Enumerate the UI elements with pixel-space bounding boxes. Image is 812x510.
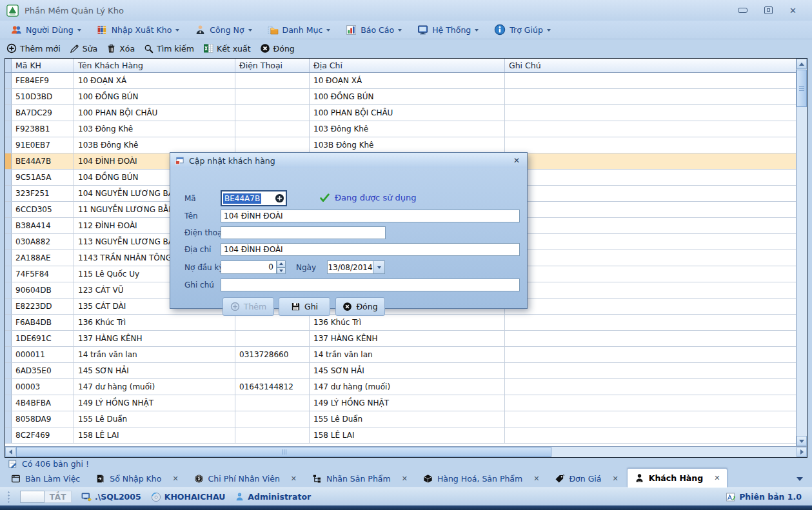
status-bar: TẮT .\SQL2005 KHOHAICHAU Administrator P…	[0, 487, 812, 505]
menu-item-tro-giup[interactable]: Trợ Giúp	[488, 21, 557, 38]
minimize-button[interactable]	[738, 8, 748, 13]
row-indicator	[5, 315, 12, 330]
add-button[interactable]: Thêm	[223, 297, 274, 316]
column-header-1[interactable]: Tên Khách Hàng	[74, 59, 235, 72]
dialog-close-button-label: Đóng	[356, 302, 377, 311]
tab-khach-hang[interactable]: Khách Hàng ✕	[627, 468, 728, 487]
row-indicator	[5, 266, 12, 282]
table-row[interactable]: F9238B1103 Đông Khê103 Đông Khê	[5, 121, 796, 137]
maximize-button[interactable]	[764, 6, 773, 14]
tab-close-icon[interactable]: ✕	[172, 475, 178, 483]
tab-don-gia[interactable]: Đơn Giá ✕	[548, 470, 625, 487]
row-indicator	[5, 395, 12, 411]
cell: 147 dư hàng (muối)	[74, 379, 235, 395]
tab-list-dropdown-icon[interactable]	[797, 477, 803, 481]
row-indicator	[5, 331, 12, 346]
dialog-close-action-button[interactable]: Đóng	[335, 297, 385, 316]
cell	[505, 105, 796, 121]
tab-close-icon[interactable]: ✕	[714, 474, 720, 482]
tab-hang-hoa-san-pham[interactable]: Hàng Hoá, Sản Phẩm ✕	[416, 470, 547, 487]
column-header-0[interactable]: Mã KH	[12, 59, 74, 72]
table-row[interactable]: 510D3BD100 ĐỒNG BÚN100 ĐỒNG BÚN	[5, 89, 796, 105]
cell: 91E0EB7	[12, 137, 74, 153]
column-header-4[interactable]: Ghi Chú	[505, 59, 796, 72]
save-button[interactable]: Ghi	[279, 297, 330, 316]
spinner-up-button[interactable]	[277, 260, 286, 268]
dialog-close-button[interactable]: ✕	[511, 156, 522, 165]
scroll-left-button[interactable]	[5, 447, 15, 457]
theme-toggle[interactable]: TẮT	[20, 491, 72, 503]
tab-close-icon[interactable]: ✕	[533, 475, 539, 483]
table-row[interactable]: 6AD35E0145 SƠN HẢI145 SƠN HẢI	[5, 363, 796, 379]
table-row[interactable]: 8C2F469158 LÊ LAI158 LÊ LAI	[5, 427, 796, 444]
toolbar-button-ket-xuat[interactable]: Kết xuất	[203, 43, 251, 54]
table-row[interactable]: 91E0EB7103B Đông Khê103B Đông Khê	[5, 137, 796, 153]
spinner-down-button[interactable]	[277, 268, 286, 275]
chevron-down-icon	[326, 29, 330, 32]
table-row[interactable]: 4B4BFBA149 LÝ HỒNG NHẬT149 LÝ HỒNG NHẬT	[5, 395, 796, 411]
close-button[interactable]: ✕	[789, 6, 797, 15]
toggle-knob[interactable]	[20, 491, 45, 503]
toolbar-button-label: Kết xuất	[217, 44, 251, 54]
toolbar-button-tim-kiem[interactable]: Tìm kiếm	[144, 44, 194, 54]
table-row[interactable]: 1DE691C137 HÀNG KÊNH137 HÀNG KÊNH	[5, 331, 796, 347]
scroll-up-button[interactable]	[797, 59, 807, 69]
date-picker[interactable]: 13/08/2014	[327, 260, 385, 274]
toolbar-button-xoa[interactable]: Xóa	[106, 44, 135, 54]
vertical-scrollbar[interactable]	[796, 59, 807, 446]
menu-item-nhap-xuat-kho[interactable]: Nhập Xuất Kho	[91, 21, 186, 38]
cell	[505, 266, 796, 282]
code-field[interactable]: BE44A7B	[221, 190, 287, 206]
menu-item-nguoi-dung[interactable]: Người Dùng	[5, 21, 87, 38]
cell	[235, 395, 310, 411]
tab-nhan-san-pham[interactable]: Nhãn Sản Phẩm ✕	[305, 470, 415, 487]
tab-label: Sổ Nhập Kho	[110, 474, 161, 484]
opening-debt-label: Nợ đầu kỳ	[184, 263, 224, 272]
monitor-icon	[417, 25, 428, 35]
tab-so-nhap-kho[interactable]: Sổ Nhập Kho ✕	[88, 470, 185, 487]
tab-ban-lam-viec[interactable]: Bàn Làm Việc	[4, 470, 87, 487]
tab-close-icon[interactable]: ✕	[291, 475, 297, 483]
generate-code-button[interactable]	[275, 193, 284, 203]
cell: 145 SƠN HẢI	[310, 363, 505, 378]
menu-item-label: Danh Mục	[282, 25, 323, 35]
opening-debt-field[interactable]: 0	[221, 260, 277, 274]
note-field[interactable]	[221, 279, 520, 291]
table-row[interactable]: BA7DC29100 PHAN BỘI CHÂU100 PHAN BỘI CHÂ…	[5, 105, 796, 121]
table-row[interactable]: FE84EF910 ĐOẠN XÁ10 ĐOẠN XÁ	[5, 73, 796, 89]
tab-chi-phi-nhan-vien[interactable]: Chi Phí Nhân Viên ✕	[187, 470, 304, 487]
table-row[interactable]: 00001114 trần văn lan031372866014 trần v…	[5, 347, 796, 363]
column-header-3[interactable]: Địa Chỉ	[310, 59, 505, 72]
tab-close-icon[interactable]: ✕	[402, 475, 408, 483]
cell	[505, 363, 796, 378]
cell: 149 LÝ HỒNG NHẬT	[74, 395, 235, 411]
menu-item-he-thong[interactable]: Hệ Thống	[411, 21, 484, 38]
menu-item-cong-no[interactable]: Công Nợ	[189, 21, 257, 38]
table-row[interactable]: 8058DA9155 Lê Duẩn155 Lê Duẩn	[5, 411, 796, 427]
cell	[505, 121, 796, 137]
horizontal-scrollbar[interactable]	[5, 446, 807, 457]
toolbar-button-them-moi[interactable]: Thêm mới	[6, 43, 61, 54]
horizontal-scroll-thumb[interactable]	[16, 447, 551, 457]
toolbar-button-sua[interactable]: Sửa	[70, 44, 98, 54]
address-field[interactable]: 104 ĐÌNH ĐOÀI	[221, 243, 520, 256]
vertical-scroll-thumb[interactable]	[797, 70, 807, 107]
column-header-2[interactable]: Điện Thoại	[235, 59, 310, 72]
table-row[interactable]: 00003147 dư hàng (muối)01643144812147 dư…	[5, 379, 796, 395]
phone-field[interactable]	[221, 226, 386, 239]
scroll-down-button[interactable]	[797, 436, 807, 446]
table-row[interactable]: F6AB4DB136 Khúc Trì136 Khúc Trì	[5, 315, 796, 331]
note-label: Ghi chú	[184, 280, 214, 289]
form-icon	[175, 156, 184, 166]
name-field[interactable]: 104 ĐÌNH ĐOÀI	[221, 210, 520, 222]
menu-item-bao-cao[interactable]: Báo Cáo	[340, 21, 408, 38]
cell: FE84EF9	[12, 73, 74, 88]
tab-close-icon[interactable]: ✕	[613, 475, 619, 483]
toolbar-button-dong[interactable]: Đóng	[260, 43, 295, 54]
hierarchy-icon	[312, 474, 322, 484]
date-dropdown-button[interactable]	[373, 261, 384, 273]
cell: 147 dư hàng (muối)	[310, 379, 505, 395]
menu-item-danh-muc[interactable]: Danh Mục	[262, 21, 337, 38]
scroll-right-button[interactable]	[797, 447, 807, 457]
date-value: 13/08/2014	[328, 263, 373, 272]
